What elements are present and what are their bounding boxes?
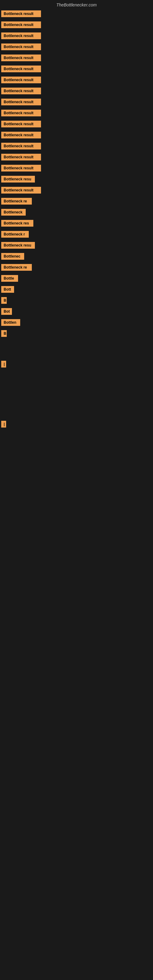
bottleneck-result-bar: Bottleneck re bbox=[1, 264, 32, 271]
list-item: B bbox=[0, 328, 153, 339]
list-item bbox=[0, 339, 153, 348]
bottleneck-result-bar: Bottleneck result bbox=[1, 154, 41, 161]
list-item: Bottlenec bbox=[0, 251, 153, 261]
list-item: Bottleneck result bbox=[0, 86, 153, 96]
bottleneck-result-bar: Bottleneck result bbox=[1, 54, 41, 61]
bottleneck-result-bar: Bottleneck result bbox=[1, 187, 41, 194]
list-item: Bottleneck result bbox=[0, 108, 153, 118]
bottleneck-result-bar: Bottleneck result bbox=[1, 65, 41, 72]
list-item: Bottleneck result bbox=[0, 185, 153, 196]
bottleneck-result-bar: B bbox=[1, 297, 7, 304]
list-item: Bottleneck r bbox=[0, 229, 153, 240]
bottleneck-result-bar: Bottleneck re bbox=[1, 198, 32, 205]
list-item bbox=[0, 349, 153, 358]
list-item: Bottleneck result bbox=[0, 9, 153, 19]
list-item: Bottleneck re bbox=[0, 196, 153, 207]
list-item: Bottleneck bbox=[0, 207, 153, 218]
bottleneck-result-bar: Bottleneck result bbox=[1, 99, 41, 105]
list-item: Bottleneck result bbox=[0, 64, 153, 74]
list-item: | bbox=[0, 359, 153, 369]
site-title: TheBottlenecker.com bbox=[0, 0, 153, 9]
bottleneck-result-bar: B bbox=[1, 330, 7, 337]
bottleneck-result-bar: Bottleneck resu bbox=[1, 242, 35, 249]
list-item: Bottleneck result bbox=[0, 52, 153, 63]
list-item bbox=[0, 380, 153, 389]
bottleneck-result-bar: Bottleneck result bbox=[1, 132, 41, 138]
bottleneck-result-bar: Bottleneck r bbox=[1, 231, 29, 238]
list-item: Bottleneck result bbox=[0, 119, 153, 129]
list-item bbox=[0, 370, 153, 379]
bottleneck-result-bar: Bottleneck result bbox=[1, 43, 41, 50]
list-item bbox=[0, 390, 153, 399]
list-item: Bottleneck re bbox=[0, 262, 153, 272]
list-item: Bottleneck result bbox=[0, 41, 153, 52]
list-item: Bot bbox=[0, 306, 153, 317]
bottleneck-result-bar: Bottlen bbox=[1, 319, 20, 326]
list-item: Bottleneck result bbox=[0, 152, 153, 162]
list-item: Bottle bbox=[0, 273, 153, 283]
bottleneck-result-bar: Bottleneck result bbox=[1, 143, 41, 150]
bottleneck-result-bar: Bottleneck result bbox=[1, 121, 41, 127]
bottleneck-result-bar: Bottleneck resu bbox=[1, 176, 35, 183]
list-item: | bbox=[0, 419, 153, 430]
list-item: Bottleneck resu bbox=[0, 174, 153, 185]
bottleneck-result-bar: Bottleneck bbox=[1, 209, 26, 216]
bottleneck-result-bar: Bottlenec bbox=[1, 253, 24, 260]
bottleneck-result-bar: Bott bbox=[1, 286, 14, 293]
list-item bbox=[0, 399, 153, 409]
bottleneck-result-bar: Bottleneck result bbox=[1, 21, 41, 28]
bottleneck-result-bar: | bbox=[1, 361, 6, 368]
list-item: Bottleneck result bbox=[0, 30, 153, 41]
list-item: Bottleneck result bbox=[0, 141, 153, 151]
list-item: Bottleneck result bbox=[0, 130, 153, 140]
list-item bbox=[0, 409, 153, 418]
list-item: Bott bbox=[0, 284, 153, 294]
list-item: Bottleneck result bbox=[0, 163, 153, 173]
bottleneck-result-bar: Bottleneck result bbox=[1, 76, 41, 83]
bottleneck-result-bar: Bottle bbox=[1, 275, 18, 282]
bottleneck-result-bar: Bottleneck result bbox=[1, 88, 41, 94]
bottleneck-result-bar: Bot bbox=[1, 308, 12, 315]
bottleneck-result-bar: Bottleneck result bbox=[1, 165, 41, 172]
bottleneck-result-bar: Bottleneck res bbox=[1, 220, 33, 227]
bottleneck-result-bar: Bottleneck result bbox=[1, 32, 41, 39]
list-item: Bottleneck result bbox=[0, 97, 153, 107]
list-item: Bottlen bbox=[0, 317, 153, 328]
bottleneck-result-bar: Bottleneck result bbox=[1, 10, 41, 17]
list-item: Bottleneck res bbox=[0, 218, 153, 229]
bottleneck-result-bar: | bbox=[1, 421, 6, 428]
list-item: Bottleneck resu bbox=[0, 240, 153, 250]
list-item: Bottleneck result bbox=[0, 20, 153, 30]
list-item: B bbox=[0, 295, 153, 305]
bottleneck-result-bar: Bottleneck result bbox=[1, 110, 41, 116]
list-item: Bottleneck result bbox=[0, 75, 153, 85]
